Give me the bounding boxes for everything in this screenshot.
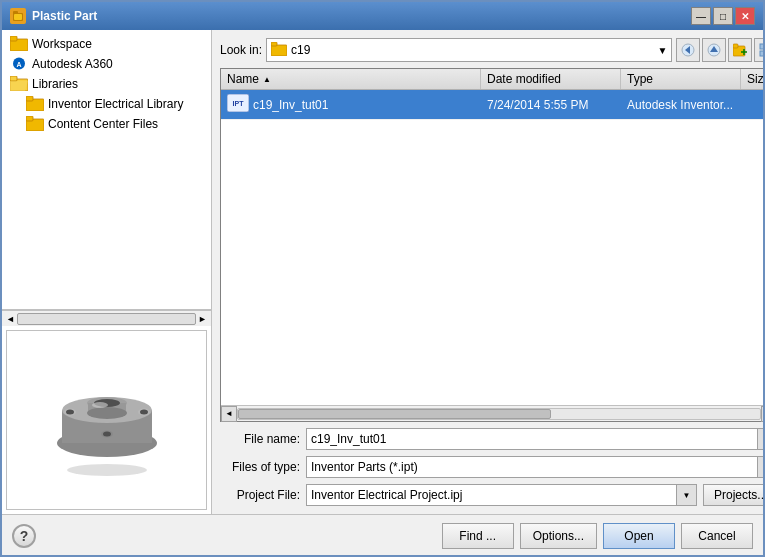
sidebar-item-workspace[interactable]: Workspace: [2, 34, 211, 54]
look-in-folder-icon: [271, 42, 287, 59]
tree-view: Workspace A Autodesk A360: [2, 30, 211, 310]
file-list-wrapper: Name ▲ Date modified Type Size: [220, 68, 763, 422]
tree-hscrollbar[interactable]: ◄ ►: [2, 310, 211, 326]
file-ipt-icon: IPT: [227, 94, 249, 115]
file-list-body: IPT c19_Inv_tut01 7/24/2014 5:55 PM Auto…: [221, 90, 763, 405]
open-button[interactable]: Open: [603, 523, 675, 549]
sidebar-item-libraries[interactable]: Libraries: [2, 74, 211, 94]
col-header-date[interactable]: Date modified: [481, 69, 621, 89]
right-panel: Look in: c19 ▼: [212, 30, 763, 514]
col-header-type[interactable]: Type: [621, 69, 741, 89]
table-row[interactable]: IPT c19_Inv_tut01 7/24/2014 5:55 PM Auto…: [221, 90, 763, 120]
libraries-label: Libraries: [32, 77, 78, 91]
svg-rect-29: [271, 45, 287, 56]
preview-panel: [6, 330, 207, 510]
files-of-type-label: Files of type:: [220, 460, 300, 474]
file-name-cell: IPT c19_Inv_tut01: [221, 92, 481, 117]
window-controls: — □ ✕: [691, 7, 755, 25]
content-center-label: Content Center Files: [48, 117, 158, 131]
find-button[interactable]: Find ...: [442, 523, 514, 549]
project-file-row: Project File: Inventor Electrical Projec…: [220, 484, 763, 506]
hscroll-left-btn[interactable]: ◄: [221, 406, 237, 422]
help-button[interactable]: ?: [12, 524, 36, 548]
svg-point-25: [140, 410, 148, 415]
look-in-value: c19: [291, 43, 657, 57]
file-name-row: File name: c19_Inv_tut01 ▼: [220, 428, 763, 450]
svg-rect-2: [14, 14, 22, 20]
svg-rect-39: [760, 44, 763, 49]
hscroll-thumb[interactable]: [238, 409, 551, 419]
svg-rect-11: [26, 96, 33, 101]
workspace-label: Workspace: [32, 37, 92, 51]
look-in-combo[interactable]: c19 ▼: [266, 38, 672, 62]
project-file-value: Inventor Electrical Project.ipj: [307, 486, 676, 504]
back-button[interactable]: [676, 38, 700, 62]
sidebar-item-inv-electrical[interactable]: Inventor Electrical Library: [2, 94, 211, 114]
files-of-type-value: Inventor Parts (*.ipt): [307, 458, 757, 476]
file-list-hscrollbar[interactable]: ◄ ►: [221, 405, 763, 421]
file-size: [741, 103, 763, 107]
project-file-arrow[interactable]: ▼: [676, 485, 696, 505]
cancel-button[interactable]: Cancel: [681, 523, 753, 549]
files-of-type-arrow[interactable]: ▼: [757, 457, 763, 477]
svg-rect-36: [733, 44, 738, 48]
col-header-size[interactable]: Size: [741, 69, 763, 89]
up-button[interactable]: [702, 38, 726, 62]
svg-point-27: [103, 432, 111, 437]
inv-electrical-folder-icon: [26, 96, 44, 112]
new-folder-button[interactable]: [728, 38, 752, 62]
action-buttons: Find ... Options... Open Cancel: [442, 523, 753, 549]
projects-button[interactable]: Projects...: [703, 484, 763, 506]
file-type: Autodesk Inventor...: [621, 96, 741, 114]
dialog-window: Plastic Part — □ ✕ Workspace: [0, 0, 765, 557]
a360-icon: A: [10, 56, 28, 72]
button-bar: ? Find ... Options... Open Cancel: [2, 514, 763, 555]
file-name-input[interactable]: c19_Inv_tut01 ▼: [306, 428, 763, 450]
tree-scroll-left[interactable]: ◄: [4, 314, 17, 324]
close-button[interactable]: ✕: [735, 7, 755, 25]
svg-rect-4: [10, 36, 17, 41]
file-name-dropdown-arrow[interactable]: ▼: [757, 429, 763, 449]
col-header-name[interactable]: Name ▲: [221, 69, 481, 89]
svg-rect-13: [26, 116, 33, 121]
hscroll-track[interactable]: [237, 408, 761, 420]
svg-point-28: [92, 402, 108, 408]
app-icon: [10, 8, 26, 24]
tree-scroll-right[interactable]: ►: [196, 314, 209, 324]
svg-point-20: [87, 407, 127, 419]
options-button[interactable]: Options...: [520, 523, 597, 549]
dialog-content: Workspace A Autodesk A360: [2, 30, 763, 514]
workspace-folder-icon: [10, 36, 28, 52]
views-button[interactable]: [754, 38, 763, 62]
tree-hscroll-track[interactable]: [17, 313, 196, 325]
maximize-button[interactable]: □: [713, 7, 733, 25]
hscroll-right-btn[interactable]: ►: [761, 406, 763, 422]
svg-rect-8: [10, 76, 17, 81]
window-title: Plastic Part: [32, 9, 691, 23]
title-bar: Plastic Part — □ ✕: [2, 2, 763, 30]
svg-point-14: [67, 464, 147, 476]
files-of-type-row: Files of type: Inventor Parts (*.ipt) ▼: [220, 456, 763, 478]
file-date: 7/24/2014 5:55 PM: [481, 96, 621, 114]
svg-text:A: A: [16, 61, 21, 68]
file-list-header: Name ▲ Date modified Type Size: [221, 69, 763, 90]
file-name-label: File name:: [220, 432, 300, 446]
svg-text:IPT: IPT: [233, 100, 245, 107]
file-name: c19_Inv_tut01: [253, 98, 328, 112]
svg-rect-41: [760, 51, 763, 56]
look-in-label: Look in:: [220, 43, 262, 57]
files-of-type-combo[interactable]: Inventor Parts (*.ipt) ▼: [306, 456, 763, 478]
left-panel: Workspace A Autodesk A360: [2, 30, 212, 514]
sidebar-item-a360[interactable]: A Autodesk A360: [2, 54, 211, 74]
libraries-folder-icon: [10, 76, 28, 92]
a360-label: Autodesk A360: [32, 57, 113, 71]
content-center-folder-icon: [26, 116, 44, 132]
minimize-button[interactable]: —: [691, 7, 711, 25]
project-file-combo[interactable]: Inventor Electrical Project.ipj ▼: [306, 484, 697, 506]
file-name-value: c19_Inv_tut01: [307, 430, 757, 448]
part-preview-svg: [42, 355, 172, 485]
svg-point-23: [66, 410, 74, 415]
sidebar-item-content-center[interactable]: Content Center Files: [2, 114, 211, 134]
inv-electrical-label: Inventor Electrical Library: [48, 97, 183, 111]
form-area: File name: c19_Inv_tut01 ▼ Files of type…: [220, 428, 763, 506]
